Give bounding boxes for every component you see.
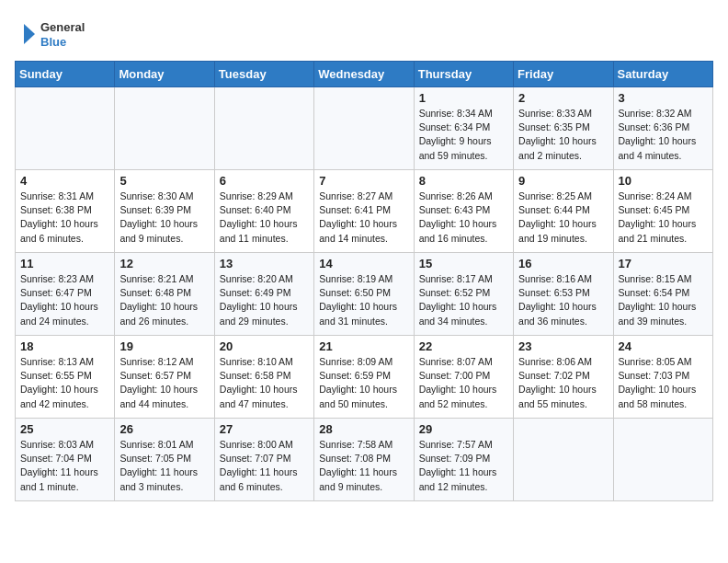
calendar-cell: 6Sunrise: 8:29 AMSunset: 6:40 PMDaylight… [214, 170, 313, 253]
day-number: 18 [20, 339, 109, 353]
calendar-cell: 4Sunrise: 8:31 AMSunset: 6:38 PMDaylight… [16, 170, 115, 253]
day-number: 4 [20, 174, 109, 188]
day-info: Sunrise: 8:31 AMSunset: 6:38 PMDaylight:… [20, 190, 109, 246]
calendar-cell [514, 419, 613, 501]
weekday-header-tuesday: Tuesday [214, 62, 313, 87]
day-number: 27 [220, 422, 309, 436]
calendar-cell [16, 87, 115, 170]
calendar-cell [214, 87, 313, 170]
calendar-cell: 12Sunrise: 8:21 AMSunset: 6:48 PMDayligh… [115, 253, 214, 336]
calendar-cell: 5Sunrise: 8:30 AMSunset: 6:39 PMDaylight… [115, 170, 214, 253]
calendar-cell: 11Sunrise: 8:23 AMSunset: 6:47 PMDayligh… [16, 253, 115, 336]
day-number: 25 [20, 422, 109, 436]
calendar-cell: 9Sunrise: 8:25 AMSunset: 6:44 PMDaylight… [514, 170, 613, 253]
day-number: 24 [619, 339, 708, 353]
weekday-header-wednesday: Wednesday [314, 62, 414, 87]
weekday-header-sunday: Sunday [16, 62, 115, 87]
day-info: Sunrise: 8:15 AMSunset: 6:54 PMDaylight:… [619, 272, 708, 328]
day-info: Sunrise: 8:01 AMSunset: 7:05 PMDaylight:… [119, 438, 209, 494]
day-number: 10 [619, 174, 708, 188]
weekday-header-saturday: Saturday [613, 62, 712, 87]
day-info: Sunrise: 8:26 AMSunset: 6:43 PMDaylight:… [419, 190, 508, 246]
day-number: 15 [419, 257, 508, 270]
calendar-cell: 19Sunrise: 8:12 AMSunset: 6:57 PMDayligh… [115, 336, 214, 419]
day-number: 23 [518, 339, 608, 353]
page-header: General Blue [15, 15, 713, 53]
day-info: Sunrise: 8:27 AMSunset: 6:41 PMDaylight:… [319, 190, 408, 246]
day-number: 12 [119, 257, 209, 270]
calendar-cell: 25Sunrise: 8:03 AMSunset: 7:04 PMDayligh… [16, 419, 115, 501]
calendar-table: SundayMondayTuesdayWednesdayThursdayFrid… [15, 61, 713, 501]
day-number: 26 [119, 422, 209, 436]
logo-svg: General Blue [15, 15, 97, 53]
day-number: 21 [319, 339, 408, 353]
calendar-cell: 7Sunrise: 8:27 AMSunset: 6:41 PMDaylight… [314, 170, 414, 253]
day-info: Sunrise: 8:03 AMSunset: 7:04 PMDaylight:… [20, 438, 109, 494]
day-number: 11 [20, 257, 109, 270]
header-row: SundayMondayTuesdayWednesdayThursdayFrid… [16, 62, 713, 87]
day-number: 16 [518, 257, 608, 270]
day-number: 17 [619, 257, 708, 270]
day-info: Sunrise: 8:29 AMSunset: 6:40 PMDaylight:… [220, 190, 309, 246]
week-row-2: 4Sunrise: 8:31 AMSunset: 6:38 PMDaylight… [16, 170, 713, 253]
day-number: 9 [518, 174, 608, 188]
day-number: 28 [319, 422, 408, 436]
day-number: 2 [518, 91, 608, 105]
calendar-cell: 26Sunrise: 8:01 AMSunset: 7:05 PMDayligh… [115, 419, 214, 501]
week-row-5: 25Sunrise: 8:03 AMSunset: 7:04 PMDayligh… [16, 419, 713, 501]
calendar-cell: 24Sunrise: 8:05 AMSunset: 7:03 PMDayligh… [613, 336, 712, 419]
week-row-4: 18Sunrise: 8:13 AMSunset: 6:55 PMDayligh… [16, 336, 713, 419]
day-number: 5 [119, 174, 209, 188]
calendar-cell: 10Sunrise: 8:24 AMSunset: 6:45 PMDayligh… [613, 170, 712, 253]
weekday-header-monday: Monday [115, 62, 214, 87]
day-info: Sunrise: 8:06 AMSunset: 7:02 PMDaylight:… [518, 355, 608, 411]
calendar-cell: 13Sunrise: 8:20 AMSunset: 6:49 PMDayligh… [214, 253, 313, 336]
calendar-cell: 2Sunrise: 8:33 AMSunset: 6:35 PMDaylight… [514, 87, 613, 170]
calendar-cell: 22Sunrise: 8:07 AMSunset: 7:00 PMDayligh… [414, 336, 513, 419]
calendar-cell: 27Sunrise: 8:00 AMSunset: 7:07 PMDayligh… [214, 419, 313, 501]
day-info: Sunrise: 8:20 AMSunset: 6:49 PMDaylight:… [220, 272, 309, 328]
day-info: Sunrise: 8:00 AMSunset: 7:07 PMDaylight:… [220, 438, 309, 494]
calendar-cell: 8Sunrise: 8:26 AMSunset: 6:43 PMDaylight… [414, 170, 513, 253]
day-info: Sunrise: 8:09 AMSunset: 6:59 PMDaylight:… [319, 355, 408, 411]
day-info: Sunrise: 8:21 AMSunset: 6:48 PMDaylight:… [119, 272, 209, 328]
svg-marker-2 [24, 24, 35, 44]
calendar-cell [613, 419, 712, 501]
day-info: Sunrise: 8:12 AMSunset: 6:57 PMDaylight:… [119, 355, 209, 411]
calendar-cell [115, 87, 214, 170]
calendar-cell [314, 87, 414, 170]
day-info: Sunrise: 7:57 AMSunset: 7:09 PMDaylight:… [419, 438, 508, 494]
day-info: Sunrise: 8:16 AMSunset: 6:53 PMDaylight:… [518, 272, 608, 328]
svg-text:Blue: Blue [40, 35, 66, 49]
week-row-1: 1Sunrise: 8:34 AMSunset: 6:34 PMDaylight… [16, 87, 713, 170]
day-info: Sunrise: 8:24 AMSunset: 6:45 PMDaylight:… [619, 190, 708, 246]
week-row-3: 11Sunrise: 8:23 AMSunset: 6:47 PMDayligh… [16, 253, 713, 336]
day-info: Sunrise: 8:19 AMSunset: 6:50 PMDaylight:… [319, 272, 408, 328]
calendar-cell: 29Sunrise: 7:57 AMSunset: 7:09 PMDayligh… [414, 419, 513, 501]
day-info: Sunrise: 8:25 AMSunset: 6:44 PMDaylight:… [518, 190, 608, 246]
calendar-cell: 28Sunrise: 7:58 AMSunset: 7:08 PMDayligh… [314, 419, 414, 501]
day-number: 6 [220, 174, 309, 188]
calendar-cell: 15Sunrise: 8:17 AMSunset: 6:52 PMDayligh… [414, 253, 513, 336]
day-number: 22 [419, 339, 508, 353]
calendar-cell: 16Sunrise: 8:16 AMSunset: 6:53 PMDayligh… [514, 253, 613, 336]
svg-text:General: General [40, 20, 85, 34]
day-info: Sunrise: 8:13 AMSunset: 6:55 PMDaylight:… [20, 355, 109, 411]
logo: General Blue [15, 15, 97, 53]
weekday-header-friday: Friday [514, 62, 613, 87]
day-info: Sunrise: 8:10 AMSunset: 6:58 PMDaylight:… [220, 355, 309, 411]
day-info: Sunrise: 8:33 AMSunset: 6:35 PMDaylight:… [518, 107, 608, 163]
calendar-cell: 18Sunrise: 8:13 AMSunset: 6:55 PMDayligh… [16, 336, 115, 419]
calendar-cell: 23Sunrise: 8:06 AMSunset: 7:02 PMDayligh… [514, 336, 613, 419]
day-info: Sunrise: 8:07 AMSunset: 7:00 PMDaylight:… [419, 355, 508, 411]
day-number: 7 [319, 174, 408, 188]
day-info: Sunrise: 7:58 AMSunset: 7:08 PMDaylight:… [319, 438, 408, 494]
calendar-cell: 14Sunrise: 8:19 AMSunset: 6:50 PMDayligh… [314, 253, 414, 336]
day-number: 1 [419, 91, 508, 105]
day-info: Sunrise: 8:34 AMSunset: 6:34 PMDaylight:… [419, 107, 508, 163]
calendar-cell: 21Sunrise: 8:09 AMSunset: 6:59 PMDayligh… [314, 336, 414, 419]
day-number: 14 [319, 257, 408, 270]
day-info: Sunrise: 8:32 AMSunset: 6:36 PMDaylight:… [619, 107, 708, 163]
weekday-header-thursday: Thursday [414, 62, 513, 87]
day-number: 20 [220, 339, 309, 353]
